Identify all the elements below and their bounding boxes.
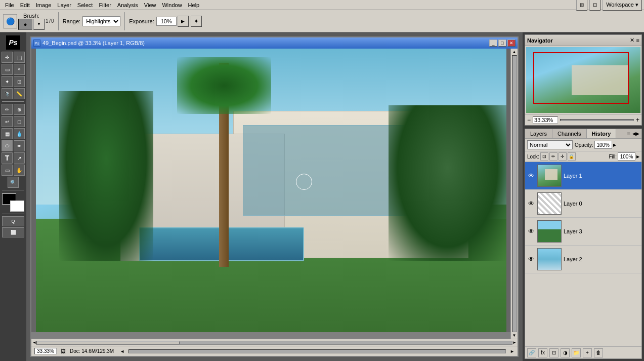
gradient-tool[interactable]: ▦ <box>2 128 13 139</box>
scroll-left-arrow[interactable]: ◄ <box>32 340 36 345</box>
navigator-zoom-bar: − 33.33% + <box>525 114 641 125</box>
text-tool[interactable]: T <box>2 152 13 164</box>
horizontal-scrollbar[interactable]: ◄ ► <box>31 339 518 346</box>
navigator-tab[interactable]: Navigator <box>527 37 553 44</box>
zoom-minus-icon[interactable]: − <box>527 116 531 124</box>
menu-analysis[interactable]: Analysis <box>114 1 141 9</box>
brush-dropdown-arrow[interactable]: ▼ <box>33 19 45 30</box>
dodge-tool[interactable]: ⬭ <box>2 140 13 151</box>
history-brush-tool[interactable]: ↩ <box>2 116 13 127</box>
layer-fx-btn[interactable]: fx <box>538 348 547 357</box>
scroll-track-h[interactable] <box>36 341 512 345</box>
zoom-slider[interactable] <box>560 119 634 121</box>
airbrush-icon[interactable]: ✦ <box>191 16 202 27</box>
lock-all-btn[interactable]: 🔒 <box>568 152 576 161</box>
menu-filter[interactable]: Filter <box>96 1 114 9</box>
brush-tool[interactable]: ✏ <box>2 104 13 115</box>
scroll-down-arrow[interactable]: ▼ <box>512 333 517 338</box>
magic-wand-tool[interactable]: ✦ <box>2 76 13 87</box>
ruler-tool[interactable]: 📏 <box>14 88 25 99</box>
menu-file[interactable]: File <box>2 1 17 9</box>
menu-select[interactable]: Select <box>74 1 96 9</box>
menu-layer[interactable]: Layer <box>54 1 74 9</box>
opacity-arrow[interactable]: ▶ <box>613 143 616 147</box>
canvas-viewport[interactable] <box>31 49 510 332</box>
zoom-tool[interactable]: 🔍 <box>8 177 19 188</box>
navigator-options-btn[interactable]: ≡ <box>636 37 639 44</box>
nav-zoom-value[interactable]: 33.33% <box>533 116 558 124</box>
tab-layers[interactable]: Layers <box>525 129 552 138</box>
menu-edit[interactable]: Edit <box>17 1 33 9</box>
quick-mask-btn[interactable]: Q <box>2 216 24 226</box>
arrange-icon[interactable]: ⊞ <box>576 0 587 11</box>
exposure-input[interactable] <box>156 17 177 26</box>
layers-panel-arrow[interactable]: ◀▶ <box>632 131 639 136</box>
tab-history[interactable]: History <box>587 129 617 138</box>
artboard-tool[interactable]: ⬚ <box>14 52 25 63</box>
screen-mode-btn[interactable]: ⬜ <box>2 227 24 237</box>
layer-item-layer0[interactable]: 👁 Layer 0 <box>525 190 641 218</box>
h-scroll-track-bottom[interactable] <box>128 349 506 353</box>
eraser-tool[interactable]: ◻ <box>14 116 25 127</box>
opacity-input[interactable] <box>594 141 612 149</box>
shape-tool[interactable]: ▭ <box>2 165 13 176</box>
layer0-eye-icon[interactable]: 👁 <box>527 199 535 208</box>
lock-image-btn[interactable]: ✏ <box>549 152 557 161</box>
exposure-increase[interactable]: ▶ <box>178 16 189 27</box>
hand-tool[interactable]: ✋ <box>14 165 25 176</box>
layer-item-layer3[interactable]: 👁 Layer 3 <box>525 218 641 246</box>
stamp-tool[interactable]: ⊕ <box>14 104 25 115</box>
layer-group-btn[interactable]: 📁 <box>572 348 581 357</box>
dodge-tool-icon[interactable]: 🔵 <box>3 14 17 28</box>
fill-arrow[interactable]: ▶ <box>636 154 639 159</box>
maximize-button[interactable]: □ <box>498 39 506 47</box>
menu-help[interactable]: Help <box>185 1 203 9</box>
marquee-tool[interactable]: ▭ <box>2 64 13 75</box>
fill-input[interactable] <box>618 152 635 161</box>
layers-list: 👁 Layer 1 👁 Layer 0 👁 Layer 3 <box>525 162 641 346</box>
scroll-right-arrow[interactable]: ► <box>512 340 517 345</box>
navigator-close-btn[interactable]: ✕ <box>630 37 634 44</box>
layer2-eye-icon[interactable]: 👁 <box>527 255 535 263</box>
nav-right-arrow[interactable]: ► <box>510 349 514 354</box>
layer3-eye-icon[interactable]: 👁 <box>527 227 535 235</box>
layer-link-btn[interactable]: 🔗 <box>527 348 536 357</box>
layer-new-btn[interactable]: + <box>583 348 592 357</box>
layer-item-layer2[interactable]: 👁 Layer 2 <box>525 246 641 273</box>
vertical-scrollbar[interactable]: ▲ ▼ <box>510 49 518 339</box>
screen-mode-icon[interactable]: ⊡ <box>589 0 600 11</box>
lock-position-btn[interactable]: ✛ <box>559 152 567 161</box>
crop-tool[interactable]: ⊡ <box>14 76 25 87</box>
layer-item-layer1[interactable]: 👁 Layer 1 <box>525 162 641 190</box>
move-tool[interactable]: ✛ <box>2 52 13 63</box>
lasso-tool[interactable]: ⌖ <box>14 64 25 75</box>
menu-window[interactable]: Window <box>159 1 185 9</box>
blend-mode-dropdown[interactable]: Normal Multiply Screen Overlay <box>527 140 573 149</box>
layer1-eye-icon[interactable]: 👁 <box>527 172 535 180</box>
tab-channels[interactable]: Channels <box>552 129 586 138</box>
menu-image[interactable]: Image <box>33 1 55 9</box>
layer-adjustment-btn[interactable]: ◑ <box>561 348 570 357</box>
minimize-button[interactable]: _ <box>489 39 497 47</box>
scroll-up-arrow[interactable]: ▲ <box>512 50 517 54</box>
background-color[interactable] <box>10 200 24 212</box>
lock-transparent-btn[interactable]: ⊡ <box>540 152 548 161</box>
nav-left-arrow[interactable]: ◄ <box>120 349 124 354</box>
layer1-thumbnail <box>537 165 562 187</box>
zoom-plus-icon[interactable]: + <box>636 116 639 124</box>
brush-preview[interactable]: ● <box>18 19 32 30</box>
layer-mask-btn[interactable]: ⊡ <box>549 348 559 357</box>
eyedropper-tool[interactable]: 🔭 <box>2 88 13 99</box>
pen-tool[interactable]: ✒ <box>14 140 25 151</box>
layer-delete-btn[interactable]: 🗑 <box>594 348 603 357</box>
zoom-display[interactable]: 33.33% <box>34 348 57 354</box>
blur-tool[interactable]: 💧 <box>14 128 25 139</box>
range-dropdown[interactable]: Highlights Shadows Midtones <box>82 16 120 26</box>
menu-view[interactable]: View <box>141 1 159 9</box>
scroll-thumb-h[interactable] <box>37 341 180 344</box>
workspace-button[interactable]: Workspace ▾ <box>603 0 642 11</box>
close-button[interactable]: ✕ <box>507 39 516 47</box>
path-select-tool[interactable]: ↗ <box>14 152 25 164</box>
scroll-track-v[interactable] <box>512 55 517 332</box>
layers-panel-options[interactable]: ≡ <box>627 131 630 137</box>
